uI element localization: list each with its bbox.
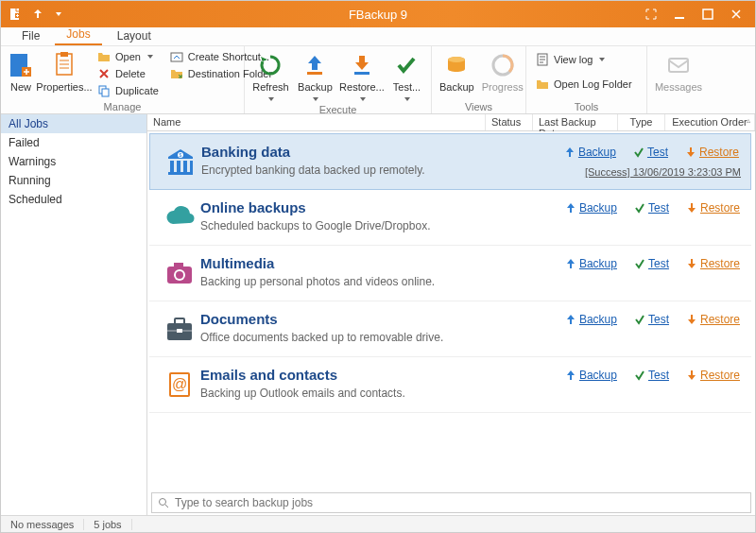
svg-rect-2 <box>675 17 684 19</box>
backup-button[interactable]: Backup <box>295 49 335 104</box>
job-test-link[interactable]: Test <box>634 201 669 215</box>
maximize-icon[interactable] <box>702 9 713 20</box>
new-doc-icon[interactable] <box>9 8 22 21</box>
sidebar-item-scheduled[interactable]: Scheduled <box>1 190 146 209</box>
open-button[interactable]: Open <box>94 49 163 64</box>
chevron-down-icon <box>599 58 605 61</box>
title-bar: FBackup 9 <box>1 1 755 27</box>
duplicate-button[interactable]: Duplicate <box>94 83 163 98</box>
svg-rect-7 <box>60 52 68 57</box>
status-messages: No messages <box>1 519 84 530</box>
upload-icon[interactable] <box>31 8 44 21</box>
refresh-button[interactable]: Refresh <box>250 49 291 104</box>
new-button[interactable]: New <box>7 49 35 93</box>
chevron-down-icon <box>147 55 153 59</box>
col-type[interactable]: Type <box>618 114 665 130</box>
sidebar-item-failed[interactable]: Failed <box>1 133 146 152</box>
job-row[interactable]: Online backups Scheduled backups to Goog… <box>149 190 751 246</box>
job-test-link[interactable]: Test <box>633 146 668 159</box>
backup-view-button[interactable]: Backup <box>438 49 476 93</box>
sidebar-item-running[interactable]: Running <box>1 171 146 190</box>
svg-rect-12 <box>354 72 369 75</box>
svg-rect-23 <box>190 161 193 172</box>
delete-icon <box>97 67 111 80</box>
sidebar-item-all-jobs[interactable]: All Jobs <box>1 114 146 133</box>
menu-tabs: File Jobs Layout <box>1 27 755 46</box>
search-input[interactable] <box>175 496 745 509</box>
job-backup-link[interactable]: Backup <box>564 146 616 159</box>
svg-rect-22 <box>183 161 187 172</box>
col-status[interactable]: Status <box>486 114 533 130</box>
minimize-icon[interactable] <box>674 9 685 20</box>
chevron-down-icon <box>313 97 318 101</box>
job-row[interactable]: Multimedia Backing up personal photos an… <box>149 246 751 301</box>
job-row[interactable]: Documents Office documents backed up to … <box>149 301 751 357</box>
sidebar-item-warnings[interactable]: Warnings <box>1 152 146 171</box>
job-description: Backing up Outlook emails and contacts. <box>200 387 565 400</box>
expand-icon[interactable] <box>645 9 657 20</box>
chevron-down-icon <box>360 97 366 101</box>
tab-jobs[interactable]: Jobs <box>55 26 101 45</box>
column-headers: Name Status Last Backup Date Type Execut… <box>147 114 755 131</box>
open-log-folder-button[interactable]: Open Log Folder <box>532 77 636 92</box>
col-last-backup[interactable]: Last Backup Date <box>533 114 618 130</box>
chevron-down-icon <box>268 97 274 101</box>
folder-open-icon <box>97 50 111 63</box>
svg-point-28 <box>176 271 183 279</box>
duplicate-icon <box>97 84 111 97</box>
job-status-text[interactable]: [Success] 13/06/2019 3:23:03 PM <box>585 166 741 178</box>
job-title: Online backups <box>200 199 565 215</box>
restore-button[interactable]: Restore... <box>339 49 385 104</box>
svg-rect-17 <box>669 59 688 72</box>
svg-rect-32 <box>177 329 182 333</box>
search-icon <box>158 497 169 508</box>
job-title: Banking data <box>201 144 564 160</box>
search-bar[interactable] <box>151 492 751 513</box>
job-row[interactable]: $ Banking data Encrypted banking data ba… <box>149 133 751 190</box>
svg-rect-21 <box>177 161 180 172</box>
folder-icon <box>536 77 549 91</box>
contacts-icon: @ <box>159 367 200 401</box>
svg-rect-20 <box>170 161 174 172</box>
delete-button[interactable]: Delete <box>94 66 163 81</box>
col-execution-order[interactable]: Execution Order <box>665 114 755 130</box>
folder-icon <box>170 67 183 80</box>
svg-rect-30 <box>175 318 184 324</box>
test-button[interactable]: Test... <box>388 49 425 104</box>
job-row[interactable]: @ Emails and contacts Backing up Outlook… <box>149 357 751 413</box>
tab-file[interactable]: File <box>10 27 51 45</box>
svg-text:@: @ <box>172 376 187 392</box>
job-backup-link[interactable]: Backup <box>565 313 617 326</box>
sidebar: All Jobs Failed Warnings Running Schedul… <box>1 114 147 515</box>
properties-button[interactable]: Properties... <box>39 49 90 93</box>
job-restore-link[interactable]: Restore <box>686 201 740 215</box>
col-name[interactable]: Name <box>147 114 486 130</box>
job-restore-link[interactable]: Restore <box>685 146 739 159</box>
close-icon[interactable] <box>730 9 742 20</box>
cloud-icon <box>159 199 200 233</box>
job-backup-link[interactable]: Backup <box>565 257 617 270</box>
bank-icon: $ <box>160 144 201 178</box>
log-icon <box>536 53 549 66</box>
tab-layout[interactable]: Layout <box>106 27 163 45</box>
job-test-link[interactable]: Test <box>634 257 669 270</box>
job-backup-link[interactable]: Backup <box>565 201 617 215</box>
messages-button[interactable]: Messages <box>653 49 704 93</box>
status-jobs: 5 jobs <box>84 519 131 530</box>
view-log-button[interactable]: View log <box>532 52 609 67</box>
job-description: Scheduled backups to Google Drive/Dropbo… <box>200 219 565 232</box>
svg-point-14 <box>448 57 465 62</box>
job-test-link[interactable]: Test <box>634 369 669 382</box>
job-restore-link[interactable]: Restore <box>686 369 740 382</box>
progress-button[interactable]: Progress <box>480 49 525 93</box>
job-title: Documents <box>200 311 565 327</box>
group-tools-label: Tools <box>526 101 646 113</box>
job-title: Multimedia <box>200 255 565 271</box>
group-manage-label: Manage <box>1 101 244 113</box>
job-test-link[interactable]: Test <box>634 313 669 326</box>
job-description: Encrypted banking data backed up remotel… <box>201 163 564 177</box>
job-restore-link[interactable]: Restore <box>686 257 740 270</box>
qat-dropdown-icon[interactable] <box>56 12 61 16</box>
job-backup-link[interactable]: Backup <box>565 369 617 382</box>
job-restore-link[interactable]: Restore <box>686 313 740 326</box>
